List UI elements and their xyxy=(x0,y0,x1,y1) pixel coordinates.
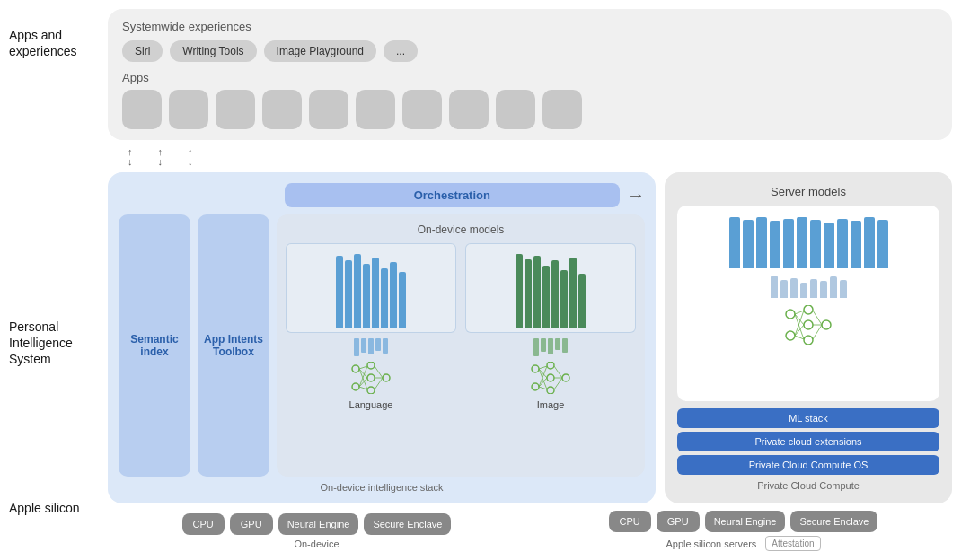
server-neural-engine-chip: Neural Engine xyxy=(705,511,786,532)
server-models-label: Server models xyxy=(677,185,939,198)
img-bar-6 xyxy=(560,270,568,328)
label-personal-intelligence: Personal Intelligence System xyxy=(9,193,108,368)
server-footer-row: Apple silicon servers Attestation xyxy=(666,536,820,551)
content-area: Systemwide experiences Siri Writing Tool… xyxy=(108,9,952,551)
svg-point-18 xyxy=(547,374,554,381)
private-cloud-compute-footer: Private Cloud Compute xyxy=(677,480,939,491)
lang-sm-bar-5 xyxy=(383,338,388,354)
lang-sm-bar-4 xyxy=(375,338,381,351)
lang-bar-4 xyxy=(363,264,370,328)
img-small-bars xyxy=(534,338,568,356)
apple-silicon-section: CPU GPU Neural Engine Secure Enclave On-… xyxy=(108,511,952,551)
img-bar-8 xyxy=(578,274,586,328)
svg-point-0 xyxy=(352,365,359,372)
srv-bar-7 xyxy=(810,220,821,268)
ondevice-neural-engine-chip: Neural Engine xyxy=(278,513,359,535)
app-intents-column: App Intents Toolbox xyxy=(198,214,269,477)
img-sm-bar-5 xyxy=(562,338,568,353)
ondevice-intelligence-stack: Orchestration → Semantic index App Inten… xyxy=(108,172,656,503)
semantic-index-column: Semantic index xyxy=(119,214,190,477)
ondevice-models-label: On-device models xyxy=(286,223,636,236)
svg-line-27 xyxy=(554,366,562,378)
attestation-badge: Attestation xyxy=(765,536,820,551)
server-cpu-chip: CPU xyxy=(609,511,651,532)
svg-point-1 xyxy=(352,383,359,390)
srv-bar-4 xyxy=(770,221,780,268)
arrow-pair-2: ↑ ↓ xyxy=(158,147,163,167)
img-bar-2 xyxy=(525,259,532,328)
img-bar-4 xyxy=(542,266,550,328)
srv-sm-bar-5 xyxy=(810,279,817,298)
app-icon-10 xyxy=(542,90,582,129)
ondevice-gpu-chip: GPU xyxy=(230,513,273,535)
ondevice-inner: Semantic index App Intents Toolbox On-de… xyxy=(119,214,645,477)
srv-bar-11 xyxy=(864,217,875,268)
orchestration-arrow-right: → xyxy=(627,185,645,206)
svg-point-2 xyxy=(367,362,375,369)
chip-writing-tools: Writing Tools xyxy=(170,40,256,62)
labels-column: Apps and experiences Personal Intelligen… xyxy=(9,9,108,551)
app-icon-5 xyxy=(309,90,348,129)
app-icon-8 xyxy=(449,90,489,129)
ondevice-secure-enclave-chip: Secure Enclave xyxy=(364,513,451,535)
orchestration-bar: Orchestration xyxy=(285,183,620,207)
app-icon-3 xyxy=(216,90,255,129)
srv-sm-bar-1 xyxy=(771,276,778,298)
img-bar-3 xyxy=(534,256,541,328)
lang-bar-2 xyxy=(345,260,352,329)
pis-row: Orchestration → Semantic index App Inten… xyxy=(108,172,952,503)
language-label: Language xyxy=(349,399,393,410)
chips-row: Siri Writing Tools Image Playground ... xyxy=(122,40,938,62)
language-model-box: Language xyxy=(286,243,456,468)
server-footer-label: Apple silicon servers xyxy=(666,538,756,549)
server-big-bars-row xyxy=(686,214,930,268)
private-cloud-extensions-chip: Private cloud extensions xyxy=(677,432,939,451)
label-apple-silicon: Apple silicon xyxy=(9,501,108,542)
ondevice-silicon-group: CPU GPU Neural Engine Secure Enclave On-… xyxy=(108,513,525,549)
srv-bar-8 xyxy=(824,223,834,268)
ondevice-stack-footer: On-device intelligence stack xyxy=(119,482,645,493)
models-row: Language xyxy=(286,243,636,468)
app-icon-9 xyxy=(496,90,535,129)
server-silicon-group: CPU GPU Neural Engine Secure Enclave App… xyxy=(534,511,952,551)
img-sm-bar-3 xyxy=(548,338,553,354)
image-nn-icon xyxy=(528,362,573,394)
server-secure-enclave-chip: Secure Enclave xyxy=(790,511,877,532)
lang-small-bars xyxy=(354,338,388,356)
img-bar-7 xyxy=(569,258,577,328)
lang-bar-3 xyxy=(354,254,361,328)
server-chips-row: CPU GPU Neural Engine Secure Enclave xyxy=(609,511,878,532)
app-icons-row xyxy=(122,90,938,129)
image-model-bars xyxy=(465,243,636,333)
ondevice-chips-row: CPU GPU Neural Engine Secure Enclave xyxy=(182,513,452,535)
language-model-bars xyxy=(286,243,456,333)
ondevice-cpu-chip: CPU xyxy=(182,513,225,535)
orchestration-row: Orchestration → xyxy=(119,183,645,207)
svg-line-42 xyxy=(813,311,822,325)
srv-bar-3 xyxy=(756,217,767,268)
srv-bar-12 xyxy=(877,220,888,268)
svg-point-20 xyxy=(562,374,569,381)
lang-bar-7 xyxy=(390,262,397,328)
svg-point-32 xyxy=(804,305,813,314)
app-icon-7 xyxy=(402,90,442,129)
img-bar-1 xyxy=(516,254,523,328)
srv-bar-6 xyxy=(797,217,807,268)
ondevice-models-box: On-device models xyxy=(277,214,645,477)
app-icon-6 xyxy=(356,90,395,129)
private-cloud-os-chip: Private Cloud Compute OS xyxy=(677,455,939,475)
lang-bar-1 xyxy=(336,256,343,328)
img-bar-5 xyxy=(551,260,559,329)
svg-point-15 xyxy=(532,365,539,372)
svg-point-34 xyxy=(804,336,813,345)
arrow-pair-3: ↑ ↓ xyxy=(188,147,193,167)
srv-sm-bar-2 xyxy=(780,280,788,298)
systemwide-experiences-label: Systemwide experiences xyxy=(122,20,938,33)
server-bars-box xyxy=(677,206,939,401)
svg-point-17 xyxy=(547,362,554,369)
svg-point-33 xyxy=(804,320,813,329)
server-small-bars-row xyxy=(686,276,930,298)
lang-bar-8 xyxy=(399,272,406,328)
svg-point-35 xyxy=(822,320,831,329)
apps-label: Apps xyxy=(122,71,938,84)
